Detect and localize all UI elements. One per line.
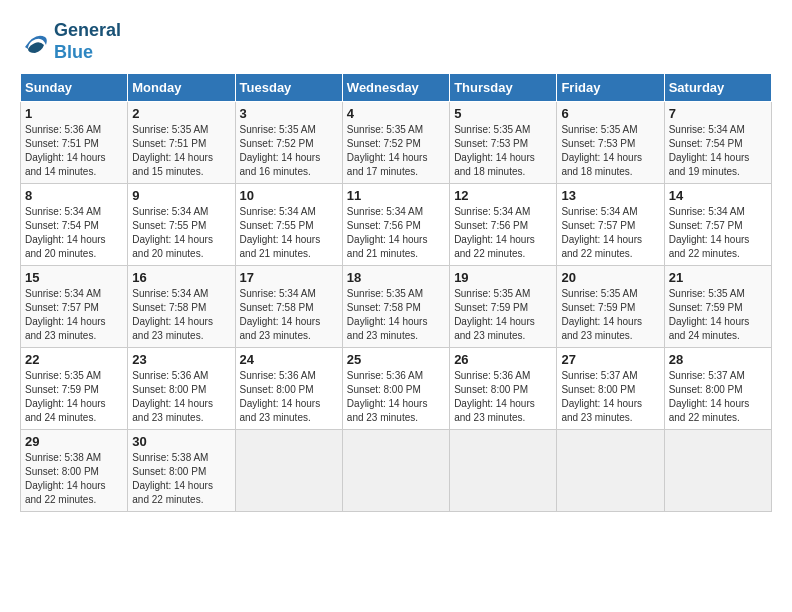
sunrise-time: Sunrise: 5:37 AM — [669, 370, 745, 381]
calendar-cell: 16 Sunrise: 5:34 AM Sunset: 7:58 PM Dayl… — [128, 266, 235, 348]
sunset-time: Sunset: 7:59 PM — [25, 384, 99, 395]
sunrise-time: Sunrise: 5:35 AM — [454, 288, 530, 299]
day-info: Sunrise: 5:34 AM Sunset: 7:55 PM Dayligh… — [240, 205, 338, 261]
day-number: 5 — [454, 106, 552, 121]
day-number: 3 — [240, 106, 338, 121]
daylight-hours: Daylight: 14 hours and 24 minutes. — [25, 398, 106, 423]
day-info: Sunrise: 5:34 AM Sunset: 7:54 PM Dayligh… — [669, 123, 767, 179]
sunrise-time: Sunrise: 5:34 AM — [240, 288, 316, 299]
calendar-cell: 21 Sunrise: 5:35 AM Sunset: 7:59 PM Dayl… — [664, 266, 771, 348]
weekday-header-saturday: Saturday — [664, 74, 771, 102]
day-info: Sunrise: 5:36 AM Sunset: 8:00 PM Dayligh… — [454, 369, 552, 425]
daylight-hours: Daylight: 14 hours and 23 minutes. — [454, 398, 535, 423]
daylight-hours: Daylight: 14 hours and 20 minutes. — [132, 234, 213, 259]
daylight-hours: Daylight: 14 hours and 21 minutes. — [347, 234, 428, 259]
daylight-hours: Daylight: 14 hours and 23 minutes. — [240, 398, 321, 423]
day-number: 2 — [132, 106, 230, 121]
calendar-cell: 9 Sunrise: 5:34 AM Sunset: 7:55 PM Dayli… — [128, 184, 235, 266]
sunset-time: Sunset: 8:00 PM — [240, 384, 314, 395]
calendar-cell: 3 Sunrise: 5:35 AM Sunset: 7:52 PM Dayli… — [235, 102, 342, 184]
day-number: 15 — [25, 270, 123, 285]
day-number: 26 — [454, 352, 552, 367]
calendar-cell: 27 Sunrise: 5:37 AM Sunset: 8:00 PM Dayl… — [557, 348, 664, 430]
calendar-cell: 6 Sunrise: 5:35 AM Sunset: 7:53 PM Dayli… — [557, 102, 664, 184]
calendar-cell — [664, 430, 771, 512]
weekday-header-sunday: Sunday — [21, 74, 128, 102]
calendar-cell: 14 Sunrise: 5:34 AM Sunset: 7:57 PM Dayl… — [664, 184, 771, 266]
calendar-week-4: 22 Sunrise: 5:35 AM Sunset: 7:59 PM Dayl… — [21, 348, 772, 430]
daylight-hours: Daylight: 14 hours and 19 minutes. — [669, 152, 750, 177]
day-info: Sunrise: 5:35 AM Sunset: 7:53 PM Dayligh… — [454, 123, 552, 179]
daylight-hours: Daylight: 14 hours and 23 minutes. — [132, 316, 213, 341]
daylight-hours: Daylight: 14 hours and 24 minutes. — [669, 316, 750, 341]
day-number: 24 — [240, 352, 338, 367]
weekday-header-thursday: Thursday — [450, 74, 557, 102]
daylight-hours: Daylight: 14 hours and 22 minutes. — [561, 234, 642, 259]
day-number: 16 — [132, 270, 230, 285]
day-info: Sunrise: 5:34 AM Sunset: 7:56 PM Dayligh… — [347, 205, 445, 261]
day-number: 11 — [347, 188, 445, 203]
daylight-hours: Daylight: 14 hours and 23 minutes. — [132, 398, 213, 423]
day-info: Sunrise: 5:36 AM Sunset: 8:00 PM Dayligh… — [347, 369, 445, 425]
day-number: 27 — [561, 352, 659, 367]
day-info: Sunrise: 5:38 AM Sunset: 8:00 PM Dayligh… — [25, 451, 123, 507]
calendar-cell: 19 Sunrise: 5:35 AM Sunset: 7:59 PM Dayl… — [450, 266, 557, 348]
sunrise-time: Sunrise: 5:35 AM — [25, 370, 101, 381]
sunset-time: Sunset: 7:57 PM — [561, 220, 635, 231]
calendar: SundayMondayTuesdayWednesdayThursdayFrid… — [20, 73, 772, 512]
sunset-time: Sunset: 7:58 PM — [347, 302, 421, 313]
sunrise-time: Sunrise: 5:34 AM — [347, 206, 423, 217]
daylight-hours: Daylight: 14 hours and 20 minutes. — [25, 234, 106, 259]
sunrise-time: Sunrise: 5:34 AM — [669, 124, 745, 135]
sunrise-time: Sunrise: 5:35 AM — [132, 124, 208, 135]
calendar-cell — [342, 430, 449, 512]
day-number: 17 — [240, 270, 338, 285]
sunset-time: Sunset: 8:00 PM — [669, 384, 743, 395]
sunset-time: Sunset: 7:55 PM — [240, 220, 314, 231]
day-info: Sunrise: 5:37 AM Sunset: 8:00 PM Dayligh… — [561, 369, 659, 425]
day-info: Sunrise: 5:35 AM Sunset: 7:58 PM Dayligh… — [347, 287, 445, 343]
day-number: 12 — [454, 188, 552, 203]
sunrise-time: Sunrise: 5:34 AM — [240, 206, 316, 217]
sunrise-time: Sunrise: 5:34 AM — [454, 206, 530, 217]
calendar-header: SundayMondayTuesdayWednesdayThursdayFrid… — [21, 74, 772, 102]
sunset-time: Sunset: 7:51 PM — [132, 138, 206, 149]
sunset-time: Sunset: 7:59 PM — [669, 302, 743, 313]
sunset-time: Sunset: 7:51 PM — [25, 138, 99, 149]
sunrise-time: Sunrise: 5:35 AM — [561, 288, 637, 299]
weekday-header-wednesday: Wednesday — [342, 74, 449, 102]
day-info: Sunrise: 5:34 AM Sunset: 7:54 PM Dayligh… — [25, 205, 123, 261]
calendar-cell: 26 Sunrise: 5:36 AM Sunset: 8:00 PM Dayl… — [450, 348, 557, 430]
calendar-cell: 24 Sunrise: 5:36 AM Sunset: 8:00 PM Dayl… — [235, 348, 342, 430]
day-number: 18 — [347, 270, 445, 285]
day-number: 25 — [347, 352, 445, 367]
sunrise-time: Sunrise: 5:38 AM — [25, 452, 101, 463]
calendar-cell — [235, 430, 342, 512]
day-info: Sunrise: 5:34 AM Sunset: 7:57 PM Dayligh… — [561, 205, 659, 261]
calendar-cell: 10 Sunrise: 5:34 AM Sunset: 7:55 PM Dayl… — [235, 184, 342, 266]
daylight-hours: Daylight: 14 hours and 23 minutes. — [561, 316, 642, 341]
day-info: Sunrise: 5:35 AM Sunset: 7:53 PM Dayligh… — [561, 123, 659, 179]
sunrise-time: Sunrise: 5:36 AM — [240, 370, 316, 381]
sunset-time: Sunset: 7:54 PM — [25, 220, 99, 231]
sunset-time: Sunset: 7:58 PM — [240, 302, 314, 313]
daylight-hours: Daylight: 14 hours and 18 minutes. — [561, 152, 642, 177]
sunset-time: Sunset: 8:00 PM — [561, 384, 635, 395]
day-info: Sunrise: 5:35 AM Sunset: 7:59 PM Dayligh… — [669, 287, 767, 343]
daylight-hours: Daylight: 14 hours and 16 minutes. — [240, 152, 321, 177]
calendar-cell: 13 Sunrise: 5:34 AM Sunset: 7:57 PM Dayl… — [557, 184, 664, 266]
day-info: Sunrise: 5:36 AM Sunset: 8:00 PM Dayligh… — [132, 369, 230, 425]
logo-icon — [20, 27, 50, 57]
calendar-cell: 7 Sunrise: 5:34 AM Sunset: 7:54 PM Dayli… — [664, 102, 771, 184]
sunrise-time: Sunrise: 5:34 AM — [669, 206, 745, 217]
day-info: Sunrise: 5:34 AM Sunset: 7:58 PM Dayligh… — [132, 287, 230, 343]
day-number: 10 — [240, 188, 338, 203]
daylight-hours: Daylight: 14 hours and 22 minutes. — [669, 234, 750, 259]
weekday-header-friday: Friday — [557, 74, 664, 102]
calendar-cell — [557, 430, 664, 512]
sunrise-time: Sunrise: 5:34 AM — [132, 288, 208, 299]
day-info: Sunrise: 5:36 AM Sunset: 7:51 PM Dayligh… — [25, 123, 123, 179]
calendar-body: 1 Sunrise: 5:36 AM Sunset: 7:51 PM Dayli… — [21, 102, 772, 512]
daylight-hours: Daylight: 14 hours and 23 minutes. — [240, 316, 321, 341]
day-number: 19 — [454, 270, 552, 285]
